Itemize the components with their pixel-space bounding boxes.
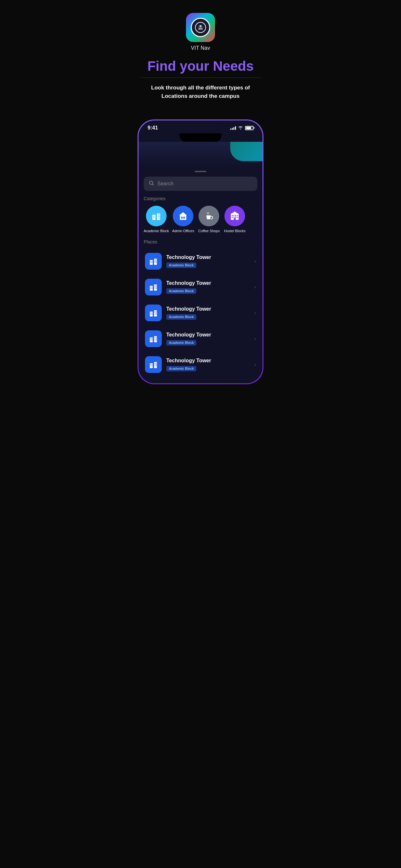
svg-rect-14 — [158, 218, 158, 219]
chevron-right-icon: › — [254, 258, 256, 264]
categories-label: Categories — [138, 196, 263, 206]
place-icon-3 — [145, 305, 162, 321]
svg-rect-57 — [156, 288, 157, 289]
search-icon — [149, 181, 154, 187]
svg-rect-7 — [155, 216, 155, 217]
svg-rect-44 — [155, 262, 155, 263]
svg-rect-83 — [154, 362, 157, 368]
place-icon-4 — [145, 330, 162, 347]
place-item[interactable]: Technology Tower Academic Block › — [141, 301, 260, 325]
category-label-academic: Academic Block — [144, 229, 169, 233]
place-name-3: Technology Tower — [166, 306, 250, 312]
search-bar[interactable]: Search — [144, 177, 257, 191]
category-circle-hostel — [224, 206, 245, 226]
svg-rect-30 — [237, 217, 238, 218]
app-logo — [186, 13, 215, 42]
place-icon-5 — [145, 356, 162, 373]
category-hostel-blocks[interactable]: Hostel Blocks — [223, 206, 246, 233]
svg-rect-84 — [150, 364, 151, 365]
svg-rect-36 — [150, 261, 151, 261]
svg-rect-9 — [155, 217, 155, 218]
coffee-icon — [204, 211, 214, 221]
svg-rect-54 — [155, 287, 155, 287]
category-label-coffee: Coffee Shops — [198, 229, 220, 233]
svg-rect-6 — [153, 216, 154, 217]
place-info-2: Technology Tower Academic Block — [166, 280, 250, 294]
svg-rect-18 — [181, 217, 182, 219]
search-placeholder: Search — [157, 181, 174, 187]
place-item[interactable]: Technology Tower Academic Block › — [141, 249, 260, 274]
wifi-icon — [238, 125, 243, 130]
svg-rect-48 — [150, 287, 151, 287]
svg-rect-52 — [155, 285, 155, 286]
place-icon-2 — [145, 279, 162, 296]
svg-rect-68 — [155, 314, 155, 314]
place-building-icon — [149, 334, 158, 343]
phone-bg — [138, 142, 263, 167]
svg-rect-24 — [234, 215, 235, 216]
place-item[interactable]: Technology Tower Academic Block › — [141, 275, 260, 299]
drag-indicator — [138, 167, 263, 174]
category-coffee-shops[interactable]: Coffee Shops — [197, 206, 220, 233]
bank-icon — [178, 211, 188, 221]
svg-rect-38 — [150, 262, 151, 263]
svg-marker-17 — [179, 212, 187, 215]
place-item[interactable]: Technology Tower Academic Block › — [141, 352, 260, 377]
chevron-right-icon: › — [254, 362, 256, 368]
svg-rect-20 — [184, 217, 185, 219]
svg-rect-81 — [156, 340, 157, 340]
svg-rect-31 — [234, 218, 236, 220]
svg-rect-60 — [150, 313, 151, 313]
notch — [180, 133, 221, 142]
svg-rect-15 — [159, 218, 160, 219]
svg-rect-75 — [152, 340, 152, 340]
svg-rect-62 — [150, 314, 151, 314]
chevron-right-icon: › — [254, 336, 256, 342]
svg-rect-13 — [159, 216, 160, 217]
svg-rect-29 — [235, 217, 236, 218]
place-item[interactable]: Technology Tower Academic Block › — [141, 327, 260, 351]
page-headline: Find your Needs — [147, 59, 253, 73]
chevron-right-icon: › — [254, 284, 256, 290]
svg-rect-40 — [155, 259, 155, 260]
category-label-admin: Admin Offices — [172, 229, 194, 233]
place-info-1: Technology Tower Academic Block — [166, 254, 250, 268]
place-name-2: Technology Tower — [166, 280, 250, 286]
place-badge-5: Academic Block — [166, 366, 196, 371]
place-name-5: Technology Tower — [166, 358, 250, 364]
svg-rect-85 — [152, 364, 152, 365]
place-badge-2: Academic Block — [166, 288, 196, 294]
svg-point-2 — [199, 25, 202, 27]
notch-area — [138, 133, 263, 142]
place-name-4: Technology Tower — [166, 332, 250, 338]
category-academic-block[interactable]: Academic Block — [144, 206, 169, 233]
svg-rect-39 — [152, 262, 152, 263]
place-badge-4: Academic Block — [166, 340, 196, 345]
app-name: VIT Nav — [191, 45, 210, 51]
headline-divider — [140, 78, 261, 78]
svg-rect-55 — [156, 287, 157, 287]
phone-mockup: 9:41 — [137, 120, 264, 384]
svg-rect-26 — [237, 215, 238, 216]
categories-row: Academic Block Admin Off — [138, 206, 263, 239]
svg-marker-33 — [231, 212, 238, 214]
svg-rect-67 — [156, 313, 157, 313]
signal-icon — [230, 126, 236, 130]
svg-rect-88 — [155, 363, 155, 364]
category-admin-offices[interactable]: Admin Offices — [172, 206, 195, 233]
hostel-icon — [229, 211, 240, 221]
svg-rect-69 — [156, 314, 157, 314]
svg-rect-72 — [150, 338, 151, 339]
status-bar: 9:41 — [138, 120, 263, 133]
battery-icon — [245, 126, 253, 130]
places-list: Technology Tower Academic Block › — [138, 249, 263, 377]
category-circle-academic — [146, 206, 166, 226]
svg-rect-37 — [152, 261, 152, 261]
place-info-4: Technology Tower Academic Block — [166, 332, 250, 345]
svg-rect-66 — [155, 313, 155, 313]
svg-rect-71 — [154, 336, 157, 342]
status-time: 9:41 — [148, 125, 158, 131]
svg-rect-80 — [155, 340, 155, 340]
svg-rect-11 — [159, 214, 160, 215]
svg-rect-64 — [155, 311, 155, 312]
